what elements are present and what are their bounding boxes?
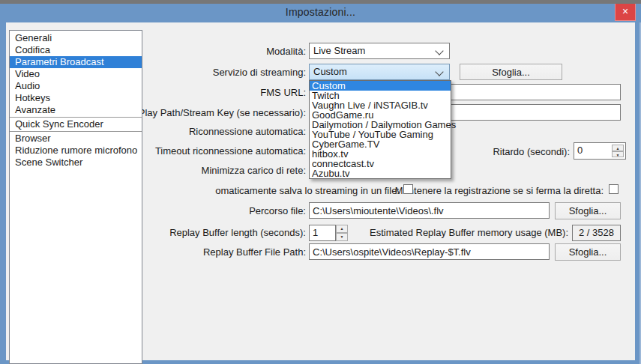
spin-up-icon[interactable]: ▲ — [336, 225, 348, 233]
percorso-file-input[interactable] — [309, 202, 550, 219]
sidebar-item-riduzione-rumore[interactable]: Riduzione rumore microfono — [10, 145, 142, 157]
play-path-label: Play Path/Stream Key (se necessario): — [139, 107, 306, 118]
servizio-value: Custom — [313, 66, 347, 77]
spin-down-icon[interactable]: ▼ — [336, 233, 348, 241]
replay-buffer-length-label: Replay Buffer length (seconds): — [169, 227, 306, 238]
sidebar-item-generali[interactable]: Generali — [10, 32, 142, 44]
replay-length-spinner[interactable]: 1 — [309, 225, 336, 241]
spinner-buttons: ▲ ▼ — [612, 145, 624, 157]
fms-url-label: FMS URL: — [260, 87, 306, 98]
sidebar-item-parametri-broadcast[interactable]: Parametri Broadcast — [10, 56, 142, 68]
sidebar-separator — [10, 131, 142, 132]
sfoglia-percorso-button[interactable]: Sfoglia... — [555, 202, 621, 219]
replay-memory-value: 2 / 3528 — [572, 225, 621, 241]
sidebar-item-audio[interactable]: Audio — [10, 80, 142, 92]
replay-path-label: Replay Buffer File Path: — [203, 246, 306, 258]
modalita-value: Live Stream — [313, 45, 365, 56]
close-button[interactable]: × — [615, 4, 636, 21]
replay-path-input[interactable] — [309, 243, 550, 260]
dialog-title: Impostazioni... — [0, 6, 641, 18]
riconnessione-label: Riconnessione automatica: — [189, 126, 306, 137]
modalita-label: Modalità: — [266, 46, 306, 57]
spin-up-icon[interactable]: ▲ — [612, 145, 624, 151]
mantenere-registrazione-checkbox[interactable] — [609, 184, 619, 194]
salva-streaming-label: omaticamente salva lo streaming in un fi… — [215, 185, 400, 196]
mantenere-registrazione-label: Mantenere la registrazione se si ferma l… — [395, 185, 604, 196]
dropdown-item-azubu[interactable]: Azubu.tv — [310, 169, 451, 178]
ritardo-value: 0 — [577, 145, 583, 156]
replay-length-value: 1 — [313, 227, 318, 238]
servizio-dropdown-list: Custom Twitch Vaughn Live / iNSTAGIB.tv … — [309, 80, 451, 179]
minimizza-label: Minimizza carico di rete: — [202, 165, 306, 176]
sidebar-item-video[interactable]: Video — [10, 68, 142, 80]
modalita-select[interactable]: Live Stream — [309, 43, 450, 59]
percorso-file-label: Percorso file: — [249, 205, 306, 216]
salva-streaming-checkbox[interactable] — [403, 184, 413, 194]
settings-category-list: Generali Codifica Parametri Broadcast Vi… — [9, 30, 142, 364]
titlebar: Impostazioni... × — [0, 4, 641, 22]
chevron-down-icon — [435, 67, 443, 76]
sfoglia-service-button[interactable]: Sfoglia... — [460, 64, 562, 80]
ritardo-label: Ritardo (secondi): — [493, 146, 570, 157]
chevron-down-icon — [435, 46, 443, 55]
sfoglia-replay-button[interactable]: Sfoglia... — [555, 243, 621, 261]
sidebar-item-browser[interactable]: Browser — [10, 133, 142, 145]
spin-down-icon[interactable]: ▼ — [612, 151, 624, 158]
servizio-label: Servizio di streaming: — [213, 67, 306, 78]
ritardo-spinner[interactable]: 0 ▲ ▼ — [574, 142, 626, 160]
sidebar-item-quick-sync-encoder[interactable]: Quick Sync Encoder — [10, 118, 142, 130]
sidebar-separator — [10, 117, 142, 118]
sidebar-item-hotkeys[interactable]: Hotkeys — [10, 92, 142, 104]
servizio-streaming-select[interactable]: Custom — [309, 64, 450, 80]
sidebar-item-avanzate[interactable]: Avanzate — [10, 104, 142, 116]
sidebar-item-scene-switcher[interactable]: Scene Switcher — [10, 157, 142, 169]
timeout-label: Timeout riconnessione automatica: — [155, 145, 306, 157]
sidebar-item-codifica[interactable]: Codifica — [10, 44, 142, 56]
replay-length-spin-buttons: ▲ ▼ — [336, 225, 348, 241]
replay-memory-label: Estimated Replay Buffer memory usage (MB… — [370, 227, 568, 238]
